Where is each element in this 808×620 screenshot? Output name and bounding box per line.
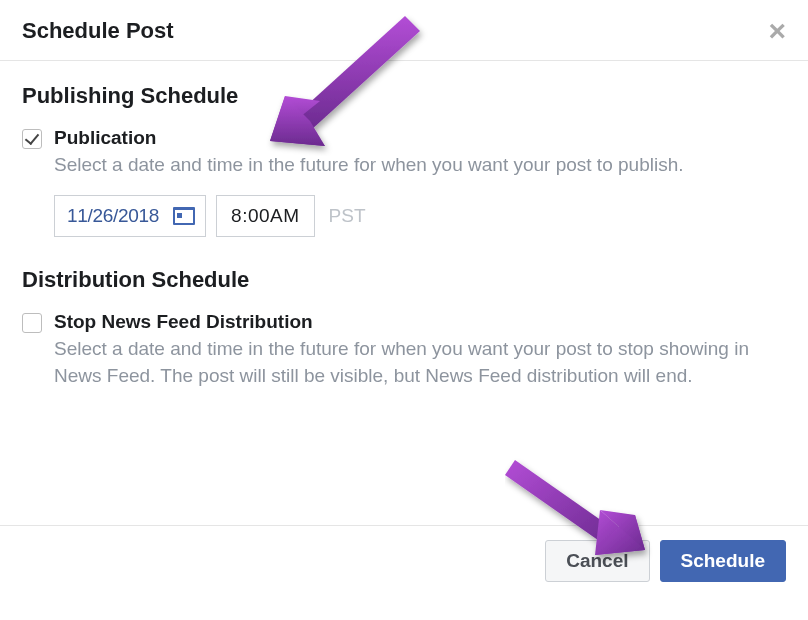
modal-title: Schedule Post [22,18,174,44]
distribution-section: Distribution Schedule Stop News Feed Dis… [22,267,786,390]
distribution-schedule-title: Distribution Schedule [22,267,786,293]
close-icon[interactable]: × [768,16,786,46]
distribution-checkbox[interactable] [22,313,42,333]
distribution-label: Stop News Feed Distribution [54,311,786,333]
modal-footer: Cancel Schedule [0,525,808,596]
modal-body: Publishing Schedule Publication Select a… [0,61,808,418]
schedule-button[interactable]: Schedule [660,540,786,582]
timezone-label: PST [329,205,366,227]
publication-label: Publication [54,127,786,149]
datetime-row: 11/26/2018 8:00AM PST [54,195,786,237]
time-input[interactable]: 8:00AM [216,195,314,237]
publication-option-row: Publication Select a date and time in th… [22,127,786,179]
modal-header: Schedule Post × [0,0,808,61]
publishing-schedule-title: Publishing Schedule [22,83,786,109]
publication-checkbox[interactable] [22,129,42,149]
distribution-content: Stop News Feed Distribution Select a dat… [54,311,786,390]
calendar-icon [173,207,195,225]
distribution-desc: Select a date and time in the future for… [54,335,786,390]
publication-desc: Select a date and time in the future for… [54,151,786,179]
time-value: 8:00AM [231,205,299,227]
date-input[interactable]: 11/26/2018 [54,195,206,237]
cancel-button[interactable]: Cancel [545,540,649,582]
date-value: 11/26/2018 [67,205,159,227]
distribution-option-row: Stop News Feed Distribution Select a dat… [22,311,786,390]
publication-content: Publication Select a date and time in th… [54,127,786,179]
